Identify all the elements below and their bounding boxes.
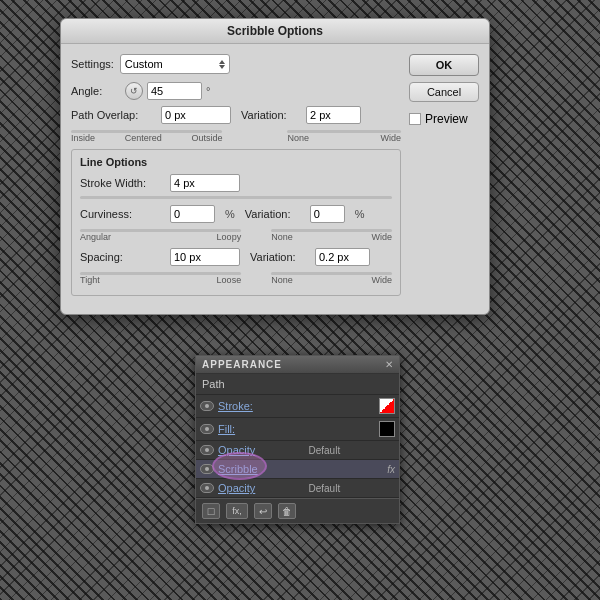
cancel-button[interactable]: Cancel <box>409 82 479 102</box>
settings-select-value: Custom <box>125 58 219 70</box>
preview-checkbox[interactable] <box>409 113 421 125</box>
variation-label-1: Variation: <box>241 109 296 121</box>
slider-label-angular: Angular <box>80 232 111 242</box>
arrow-down-icon <box>219 65 225 69</box>
variation-input-1[interactable] <box>306 106 361 124</box>
preview-row: Preview <box>409 112 479 126</box>
curviness-variation-input[interactable] <box>310 205 345 223</box>
stroke-width-label: Stroke Width: <box>80 177 160 189</box>
slider-label-centered: Centered <box>125 133 162 143</box>
spacing-track[interactable] <box>80 272 241 275</box>
appearance-toolbar: □ fx, ↩ 🗑 <box>196 498 399 523</box>
angle-row: Angle: ↺ ° <box>71 82 401 100</box>
eye-pupil-2 <box>205 427 209 431</box>
spacing-sliders: Tight Loose None Wide <box>80 270 392 285</box>
appearance-opacity2-item: Opacity Default <box>196 479 399 498</box>
preview-label: Preview <box>425 112 468 126</box>
curviness-variation-track[interactable] <box>271 229 392 232</box>
angle-unit: ° <box>206 85 210 97</box>
scribble-label[interactable]: Scribble <box>218 463 383 475</box>
path-overlap-slider-container: Inside Centered Outside <box>71 128 222 143</box>
settings-label: Settings: <box>71 58 114 70</box>
line-options-title: Line Options <box>80 156 392 168</box>
slider-label-loose: Loose <box>217 275 242 285</box>
angle-dial[interactable]: ↺ <box>125 82 143 100</box>
spacing-variation-label: Variation: <box>250 251 305 263</box>
spacing-slider-labels: Tight Loose <box>80 275 241 285</box>
path-overlap-label: Path Overlap: <box>71 109 151 121</box>
curviness-sliders: Angular Loopy None Wide <box>80 227 392 242</box>
line-options-group: Line Options Stroke Width: Curviness: % … <box>71 149 401 296</box>
curviness-variation-labels: None Wide <box>271 232 392 242</box>
slider-label-wide-2: Wide <box>371 232 392 242</box>
spacing-variation-slider: None Wide <box>271 270 392 285</box>
eye-pupil-5 <box>205 486 209 490</box>
ok-button[interactable]: OK <box>409 54 479 76</box>
ap-fx-button[interactable]: fx, <box>226 503 248 519</box>
dialog-body: Settings: Custom Angle: ↺ ° Path Overla <box>61 44 489 314</box>
slider-label-inside: Inside <box>71 133 95 143</box>
appearance-header: APPEARANCE ✕ <box>196 356 399 374</box>
stroke-color-swatch[interactable] <box>379 398 395 414</box>
spacing-label: Spacing: <box>80 251 160 263</box>
dialog-title-bar: Scribble Options <box>61 19 489 44</box>
slider-label-none-1: None <box>287 133 309 143</box>
curviness-input[interactable] <box>170 205 215 223</box>
scribble-visibility-icon[interactable] <box>200 464 214 474</box>
appearance-path-row: Path <box>196 374 399 395</box>
variation-slider-labels-1: None Wide <box>287 133 401 143</box>
opacity2-label: Opacity <box>218 482 305 494</box>
path-overlap-input[interactable] <box>161 106 231 124</box>
ap-add-item-button[interactable]: □ <box>202 503 220 519</box>
appearance-stroke-item: Stroke: <box>196 395 399 418</box>
eye-pupil-3 <box>205 448 209 452</box>
opacity1-label: Opacity <box>218 444 305 456</box>
curviness-unit: % <box>225 208 235 220</box>
ap-delete-button[interactable]: 🗑 <box>278 503 296 519</box>
path-overlap-track[interactable] <box>71 130 222 133</box>
curviness-track[interactable] <box>80 229 241 232</box>
opacity1-value: Default <box>309 445 396 456</box>
dialog-buttons: OK Cancel Preview <box>409 54 479 304</box>
curviness-variation-slider: None Wide <box>271 227 392 242</box>
appearance-close-icon[interactable]: ✕ <box>385 359 393 370</box>
curviness-variation-unit: % <box>355 208 365 220</box>
spacing-variation-input[interactable] <box>315 248 370 266</box>
stroke-width-row: Stroke Width: <box>80 174 392 192</box>
appearance-scribble-item: Scribble fx <box>196 460 399 479</box>
slider-label-none-3: None <box>271 275 293 285</box>
spacing-row: Spacing: Variation: <box>80 248 392 266</box>
spacing-variation-track[interactable] <box>271 272 392 275</box>
slider-label-outside: Outside <box>191 133 222 143</box>
stroke-label: Stroke: <box>218 400 375 412</box>
ap-reset-button[interactable]: ↩ <box>254 503 272 519</box>
slider-label-tight: Tight <box>80 275 100 285</box>
fill-color-swatch[interactable] <box>379 421 395 437</box>
opacity1-visibility-icon[interactable] <box>200 445 214 455</box>
fx-badge: fx <box>387 464 395 475</box>
opacity2-value: Default <box>309 483 396 494</box>
curviness-row: Curviness: % Variation: % <box>80 205 392 223</box>
stroke-width-slider-container <box>80 196 392 199</box>
opacity2-visibility-icon[interactable] <box>200 483 214 493</box>
slider-label-wide-1: Wide <box>380 133 401 143</box>
fill-visibility-icon[interactable] <box>200 424 214 434</box>
spacing-variation-labels: None Wide <box>271 275 392 285</box>
dialog-main: Settings: Custom Angle: ↺ ° Path Overla <box>71 54 401 304</box>
stroke-width-input[interactable] <box>170 174 240 192</box>
spacing-slider-left: Tight Loose <box>80 270 241 285</box>
slider-label-loopy: Loopy <box>217 232 242 242</box>
curviness-label: Curviness: <box>80 208 160 220</box>
stroke-visibility-icon[interactable] <box>200 401 214 411</box>
stroke-width-track[interactable] <box>80 196 392 199</box>
spacing-input[interactable] <box>170 248 240 266</box>
appearance-path-label: Path <box>202 378 225 390</box>
variation-track-1[interactable] <box>287 130 401 133</box>
settings-select[interactable]: Custom <box>120 54 230 74</box>
appearance-fill-item: Fill: <box>196 418 399 441</box>
variation-slider-container-1: None Wide <box>287 128 401 143</box>
slider-label-none-2: None <box>271 232 293 242</box>
angle-input[interactable] <box>147 82 202 100</box>
curviness-slider-labels: Angular Loopy <box>80 232 241 242</box>
eye-pupil <box>205 404 209 408</box>
